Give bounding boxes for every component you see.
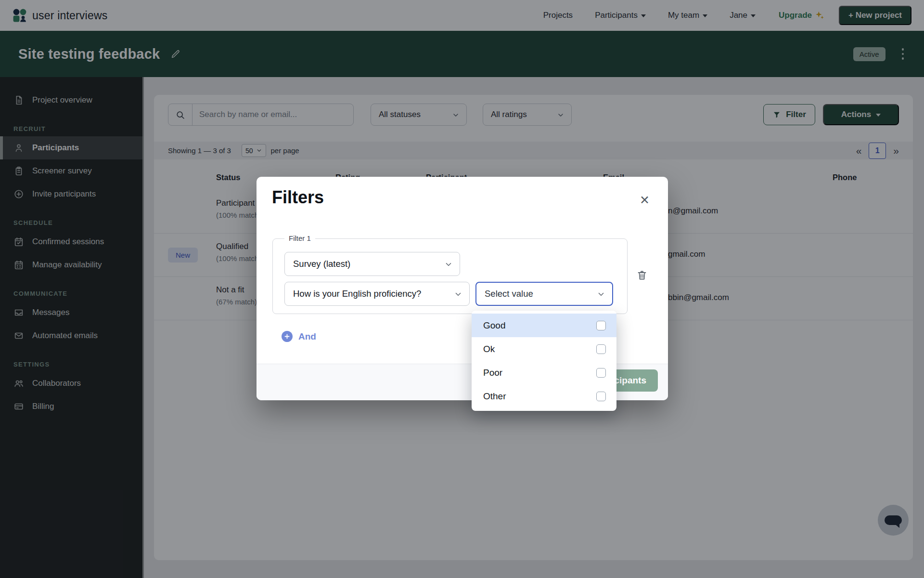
filter-value-select[interactable]: Select value <box>475 282 613 306</box>
checkbox[interactable] <box>596 344 606 354</box>
filter-group: Filter 1 Survey (latest) How is your Eng… <box>272 238 628 314</box>
value-options-menu: Good Ok Poor Other <box>472 311 616 411</box>
option-good[interactable]: Good <box>472 314 616 337</box>
filter-group-label: Filter 1 <box>284 234 315 242</box>
option-other[interactable]: Other <box>472 384 616 408</box>
checkbox[interactable] <box>596 321 606 330</box>
delete-filter-icon[interactable] <box>636 269 648 281</box>
plus-icon <box>282 331 293 342</box>
option-ok[interactable]: Ok <box>472 337 616 361</box>
checkbox[interactable] <box>596 392 606 401</box>
modal-title: Filters <box>272 187 324 208</box>
chevron-down-icon <box>454 289 462 299</box>
close-icon[interactable]: ✕ <box>640 194 650 206</box>
checkbox[interactable] <box>596 368 606 378</box>
chevron-down-icon <box>597 289 605 299</box>
add-filter-and-button[interactable]: And <box>282 331 316 342</box>
filter-question-select[interactable]: How is your English proficiency? <box>284 282 470 306</box>
option-poor[interactable]: Poor <box>472 361 616 384</box>
chevron-down-icon <box>444 259 453 269</box>
filter-source-select[interactable]: Survey (latest) <box>284 252 460 276</box>
